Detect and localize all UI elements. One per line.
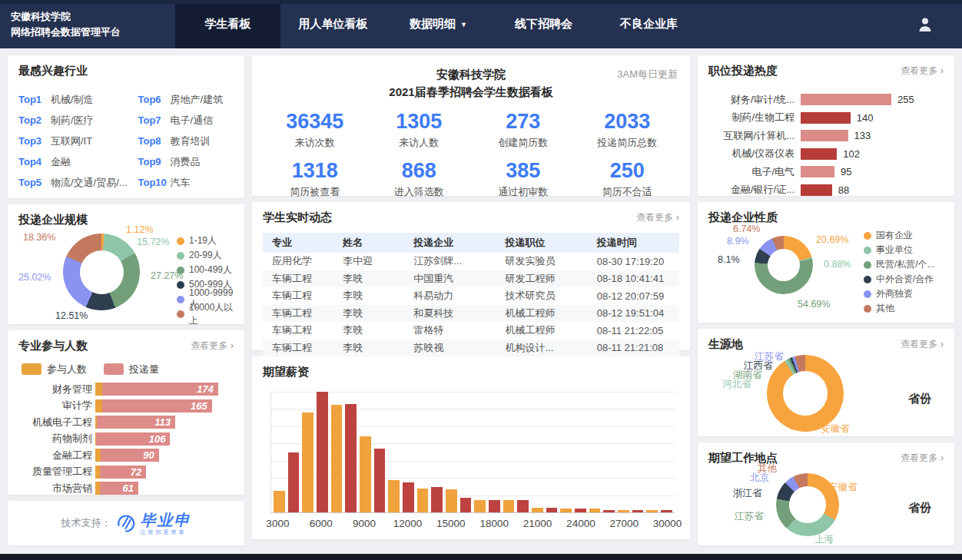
column-header: 投递企业 — [404, 236, 496, 250]
legend-item[interactable]: 参与人数 — [22, 363, 87, 376]
table-cell: 研发工程师 — [496, 272, 587, 286]
table-cell: 中国重汽 — [404, 272, 496, 286]
donut-slice-label: 54.69% — [798, 299, 830, 310]
heat-row: 互联网/计算机...133 — [708, 127, 944, 145]
student-origin-card: 生源地 查看更多 › 省份 安徽省河北省湖南省江西省江苏省 — [698, 329, 954, 436]
expected-location-donut-chart: 省份 安徽省上海江苏省浙江省北京其他 — [708, 472, 944, 547]
table-cell: 苏映视 — [404, 341, 496, 355]
table-row: 车辆工程李映和夏科技机械工程师08-12 19:51:04 — [263, 305, 679, 323]
major-row: 财务管理174 — [18, 381, 234, 398]
view-more-link[interactable]: 查看更多 › — [901, 338, 944, 351]
legend-item[interactable]: 中外合资/合作 — [864, 272, 944, 287]
donut-ring — [755, 236, 813, 294]
table-row: 车辆工程李映中国重汽研发工程师08-18 10:41:41 — [263, 270, 679, 288]
stat-value: 36345 — [263, 110, 367, 134]
salary-histogram — [270, 392, 675, 513]
heat-value: 95 — [841, 166, 851, 177]
column-header: 投递职位 — [496, 236, 587, 250]
chevron-down-icon: ▼ — [460, 21, 467, 28]
stat-label: 来访人数 — [367, 136, 472, 150]
salary-bar — [560, 509, 572, 512]
legend-item[interactable]: 投递量 — [104, 363, 159, 376]
table-header-row: 专业姓名投递企业投递职位投递时间 — [263, 233, 679, 253]
view-more-link[interactable]: 查看更多 › — [191, 340, 234, 353]
industry-item: Top6房地产/建筑 — [138, 89, 234, 110]
user-account-button[interactable] — [916, 0, 934, 48]
biyeshen-logo[interactable]: 毕业申 让校招更简单 — [141, 512, 191, 535]
table-cell: 08-12 20:07:59 — [588, 290, 679, 302]
legend-item[interactable]: 民营/私营/个... — [864, 257, 944, 272]
major-bars: 174 — [95, 383, 218, 396]
table-cell: 08-11 21:22:05 — [588, 325, 679, 336]
company-size-title: 投递企业规模 — [18, 213, 88, 227]
view-more-link[interactable]: 查看更多 › — [636, 211, 679, 224]
submissions-bar: 174 — [102, 383, 218, 396]
donut-slice-label: 8.1% — [718, 254, 740, 265]
legend-label: 中外合资/合作 — [876, 273, 934, 286]
salary-bar — [546, 508, 558, 512]
stat-item: 36345来访次数 — [263, 110, 367, 150]
legend-item[interactable]: 其他 — [864, 301, 944, 316]
stat-label: 创建简历数 — [471, 136, 576, 150]
table-cell: 科易动力 — [404, 289, 496, 303]
donut-hole — [783, 371, 828, 416]
table-cell: 研发实验员 — [496, 254, 587, 268]
overview-stats-grid: 36345来访次数1305来访人数273创建简历数2033投递简历总数1318简… — [263, 110, 679, 199]
legend-item[interactable]: 国有企业 — [864, 228, 944, 243]
table-row: 车辆工程李映科易动力技术研究员08-12 20:07:59 — [263, 287, 679, 305]
company-nature-title: 投递企业性质 — [708, 210, 778, 225]
legend-item[interactable]: 事业单位 — [864, 243, 944, 257]
nav-tab-3[interactable]: 数据明细▼ — [386, 0, 491, 48]
major-bars: 90 — [95, 449, 159, 462]
table-cell: 李中迎 — [333, 254, 404, 268]
donut-legend: 国有企业事业单位民营/私营/个...中外合资/合作外商独资其他 — [864, 228, 944, 316]
x-axis-tick: 21000 — [523, 518, 552, 529]
major-name: 机械电子工程 — [18, 416, 92, 429]
table-cell: 机械工程师 — [496, 307, 587, 320]
industry-name: 物流/交通/贸易/... — [51, 176, 128, 190]
heat-value: 255 — [897, 94, 914, 105]
table-cell: 和夏科技 — [404, 307, 496, 320]
legend-item[interactable]: 20-99人 — [177, 248, 234, 263]
realtime-activity-title: 学生实时动态 — [263, 210, 332, 225]
salary-bar — [603, 510, 615, 512]
nav-tab-4[interactable]: 线下招聘会 — [491, 0, 596, 48]
nav-tab-5[interactable]: 不良企业库 — [596, 0, 702, 48]
donut-slice-label: 浙江省 — [733, 487, 762, 500]
nav-tab-1[interactable]: 学生看板 — [175, 0, 280, 48]
view-more-link[interactable]: 查看更多 › — [901, 452, 944, 465]
legend-dot — [177, 296, 184, 303]
salary-bar — [446, 489, 457, 512]
stat-value: 1318 — [263, 159, 367, 183]
table-row: 应用化学李中迎江苏剑牌...研发实验员08-30 17:19:20 — [263, 253, 679, 270]
nav-tab-2[interactable]: 用人单位看板 — [280, 0, 386, 48]
industry-item: Top10汽车 — [138, 172, 234, 193]
x-axis-tick: 3000 — [266, 518, 289, 529]
view-more-link[interactable]: 查看更多 › — [901, 65, 944, 78]
heat-category-label: 金融/银行/证... — [708, 183, 794, 197]
table-cell: 08-30 17:19:20 — [588, 256, 679, 267]
heat-bar — [801, 184, 832, 196]
table-cell: 雷格特 — [404, 323, 496, 337]
donut-slice-label: 江苏省 — [755, 350, 784, 363]
legend-dot — [864, 305, 871, 313]
table-cell: 李映 — [333, 341, 404, 355]
industry-item: Top1机械/制造 — [18, 89, 138, 110]
legend-item[interactable]: 1-19人 — [177, 234, 234, 248]
donut-hole — [789, 486, 826, 523]
industry-item: Top3互联网/IT — [18, 131, 138, 151]
salary-bar — [517, 500, 529, 512]
legend-item[interactable]: 10000人以上 — [177, 307, 234, 321]
stat-item: 2033投递简历总数 — [576, 110, 680, 150]
brand-line2: 网络招聘会数据管理平台 — [11, 25, 175, 40]
legend-item[interactable]: 外商独资 — [864, 287, 944, 301]
industry-rank: Top1 — [18, 94, 51, 105]
legend-item[interactable]: 100-499人 — [177, 263, 234, 277]
nav-tab-label: 线下招聘会 — [515, 17, 572, 31]
donut-slice-label: 25.02% — [18, 272, 51, 283]
table-cell: 车辆工程 — [263, 307, 333, 320]
stat-item: 868进入筛选数 — [367, 159, 472, 199]
industry-rank: Top8 — [138, 135, 171, 147]
legend-dot — [864, 276, 871, 283]
x-axis-tick: 9000 — [353, 518, 376, 529]
